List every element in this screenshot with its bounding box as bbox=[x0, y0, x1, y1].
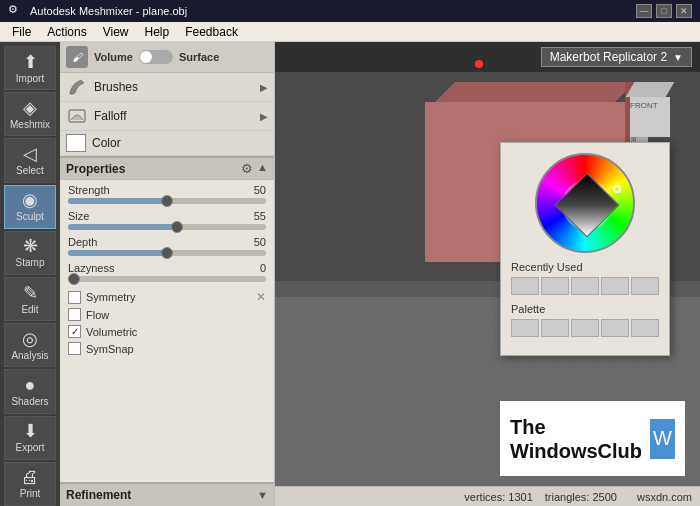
properties-header: Properties ⚙ ▲ bbox=[60, 156, 274, 180]
sidebar-item-export[interactable]: ⬇ Export bbox=[4, 416, 56, 460]
meshmix-label: Meshmix bbox=[10, 119, 50, 130]
size-slider[interactable] bbox=[68, 224, 266, 230]
recently-used-label: Recently Used bbox=[511, 261, 659, 273]
size-slider-row: Size 55 bbox=[60, 206, 274, 232]
viewport[interactable]: Makerbot Replicator 2 ▼ FRONT RIGHT bbox=[275, 42, 700, 506]
palette-cell-7[interactable] bbox=[571, 319, 599, 337]
size-label: Size bbox=[68, 210, 89, 222]
color-wheel-wrapper bbox=[511, 153, 659, 253]
close-button[interactable]: ✕ bbox=[676, 4, 692, 18]
sidebar-item-print[interactable]: 🖨 Print bbox=[4, 462, 56, 506]
depth-slider[interactable] bbox=[68, 250, 266, 256]
sidebar-item-sculpt[interactable]: ◉ Sculpt bbox=[4, 185, 56, 229]
sidebar-item-meshmix[interactable]: ◈ Meshmix bbox=[4, 92, 56, 136]
meshmix-icon: ◈ bbox=[23, 99, 37, 117]
refinement-expand-icon[interactable]: ▼ bbox=[257, 489, 268, 501]
color-picker-popup: Recently Used Palette bbox=[500, 142, 670, 356]
volume-label: Volume bbox=[94, 51, 133, 63]
sidebar-item-import[interactable]: ⬆ Import bbox=[4, 46, 56, 90]
palette-cell-1[interactable] bbox=[541, 277, 569, 295]
symsnap-label: SymSnap bbox=[86, 343, 134, 355]
checkbox-section: Symmetry ✕ Flow Volumetric SymSnap bbox=[60, 284, 274, 361]
symmetry-checkbox[interactable] bbox=[68, 291, 81, 304]
properties-title: Properties bbox=[66, 162, 125, 176]
brush-volume-icon: 🖌 bbox=[66, 46, 88, 68]
brushes-arrow-icon: ▶ bbox=[260, 82, 268, 93]
properties-gear-icon[interactable]: ⚙ bbox=[241, 161, 253, 176]
cube-indicator: FRONT RIGHT bbox=[630, 82, 690, 142]
depth-value: 50 bbox=[254, 236, 266, 248]
brushes-label: Brushes bbox=[94, 80, 254, 94]
sidebar-item-stamp[interactable]: ❋ Stamp bbox=[4, 231, 56, 275]
color-cursor bbox=[613, 185, 621, 193]
strength-label: Strength bbox=[68, 184, 110, 196]
sidebar-item-select[interactable]: ◁ Select bbox=[4, 138, 56, 182]
export-label: Export bbox=[16, 442, 45, 453]
flow-row: Flow bbox=[68, 306, 266, 323]
palette-cell-3[interactable] bbox=[601, 277, 629, 295]
printer-dropdown-arrow-icon: ▼ bbox=[673, 52, 683, 63]
lazyness-slider[interactable] bbox=[68, 276, 266, 282]
print-label: Print bbox=[20, 488, 41, 499]
surface-label: Surface bbox=[179, 51, 219, 63]
restore-button[interactable]: □ bbox=[656, 4, 672, 18]
color-row[interactable]: Color bbox=[60, 131, 274, 156]
volumetric-row: Volumetric bbox=[68, 323, 266, 340]
brushes-icon bbox=[66, 76, 88, 98]
color-diamond[interactable] bbox=[554, 172, 619, 237]
volumetric-checkbox[interactable] bbox=[68, 325, 81, 338]
palette-cell-4[interactable] bbox=[631, 277, 659, 295]
strength-value: 50 bbox=[254, 184, 266, 196]
color-swatch[interactable] bbox=[66, 134, 86, 152]
sidebar-item-edit[interactable]: ✎ Edit bbox=[4, 277, 56, 321]
falloff-icon bbox=[66, 105, 88, 127]
watermark-overlay: The WindowsClub W bbox=[500, 401, 685, 476]
watermark-line1: The bbox=[510, 415, 642, 439]
import-label: Import bbox=[16, 73, 44, 84]
stamp-icon: ❋ bbox=[23, 237, 38, 255]
volume-surface-toggle[interactable] bbox=[139, 50, 173, 64]
minimize-button[interactable]: — bbox=[636, 4, 652, 18]
sidebar-item-shaders[interactable]: ● Shaders bbox=[4, 369, 56, 413]
strength-slider[interactable] bbox=[68, 198, 266, 204]
falloff-arrow-icon: ▶ bbox=[260, 111, 268, 122]
symmetry-clear-icon[interactable]: ✕ bbox=[256, 290, 266, 304]
recently-used-grid bbox=[511, 277, 659, 295]
lazyness-value: 0 bbox=[260, 262, 266, 274]
menu-feedback[interactable]: Feedback bbox=[177, 23, 246, 41]
properties-controls: ⚙ ▲ bbox=[241, 161, 268, 176]
symmetry-row: Symmetry ✕ bbox=[68, 288, 266, 306]
menu-view[interactable]: View bbox=[95, 23, 137, 41]
palette-cell-5[interactable] bbox=[511, 319, 539, 337]
menu-actions[interactable]: Actions bbox=[39, 23, 94, 41]
select-icon: ◁ bbox=[23, 145, 37, 163]
palette-cell-0[interactable] bbox=[511, 277, 539, 295]
sidebar-item-analysis[interactable]: ◎ Analysis bbox=[4, 323, 56, 367]
viewport-topbar: Makerbot Replicator 2 ▼ bbox=[275, 42, 700, 72]
symsnap-checkbox[interactable] bbox=[68, 342, 81, 355]
cube-top-face bbox=[626, 82, 675, 97]
flow-label: Flow bbox=[86, 309, 109, 321]
refinement-bar[interactable]: Refinement ▼ bbox=[60, 482, 274, 506]
menu-file[interactable]: File bbox=[4, 23, 39, 41]
color-wheel[interactable] bbox=[535, 153, 635, 253]
properties-expand-icon[interactable]: ▲ bbox=[257, 161, 268, 176]
printer-dropdown[interactable]: Makerbot Replicator 2 ▼ bbox=[541, 47, 692, 67]
palette-cell-8[interactable] bbox=[601, 319, 629, 337]
title-bar: ⚙ Autodesk Meshmixer - plane.obj — □ ✕ bbox=[0, 0, 700, 22]
sculpt-label: Sculpt bbox=[16, 211, 44, 222]
menu-help[interactable]: Help bbox=[137, 23, 178, 41]
palette-cell-6[interactable] bbox=[541, 319, 569, 337]
palette-cell-9[interactable] bbox=[631, 319, 659, 337]
palette-grid bbox=[511, 319, 659, 337]
main-layout: ⬆ Import ◈ Meshmix ◁ Select ◉ Sculpt ❋ S… bbox=[0, 42, 700, 506]
window-title: Autodesk Meshmixer - plane.obj bbox=[30, 5, 636, 17]
brushes-row[interactable]: Brushes ▶ bbox=[60, 73, 274, 102]
stamp-label: Stamp bbox=[16, 257, 45, 268]
flow-checkbox[interactable] bbox=[68, 308, 81, 321]
strength-slider-row: Strength 50 bbox=[60, 180, 274, 206]
palette-cell-2[interactable] bbox=[571, 277, 599, 295]
falloff-row[interactable]: Falloff ▶ bbox=[60, 102, 274, 131]
watermark-logo: W bbox=[650, 419, 675, 459]
select-label: Select bbox=[16, 165, 44, 176]
